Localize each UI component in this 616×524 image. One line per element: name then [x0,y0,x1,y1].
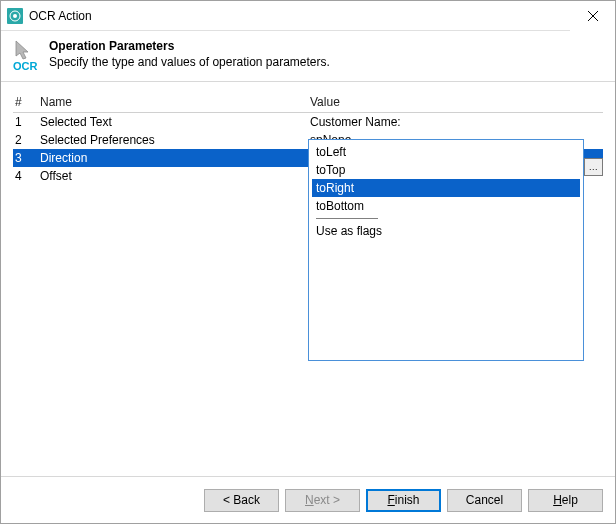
cancel-button[interactable]: Cancel [447,489,522,512]
page-subheading: Specify the type and values of operation… [49,55,330,69]
ocr-label-icon: OCR [13,60,38,71]
col-header-index[interactable]: # [13,95,40,109]
next-button: Next > [285,489,360,512]
cell-value: Customer Name: [310,115,603,129]
col-header-value[interactable]: Value [310,95,603,109]
close-icon [588,11,598,21]
cell-name: Selected Text [40,115,310,129]
window-title: OCR Action [29,9,570,23]
ellipsis-button[interactable]: ... [585,158,603,176]
cell-index: 4 [13,169,40,183]
direction-dropdown[interactable]: toLeft toTop toRight toBottom Use as fla… [308,139,584,361]
back-button[interactable]: < Back [204,489,279,512]
parameters-body: # Name Value 1 Selected Text Customer Na… [1,82,615,476]
dropdown-item[interactable]: toBottom [312,197,580,215]
titlebar: OCR Action [1,1,615,31]
cell-index: 3 [13,151,40,165]
dropdown-item[interactable]: toTop [312,161,580,179]
header-area: OCR Operation Parameters Specify the typ… [1,31,615,82]
cell-name: Direction [40,151,310,165]
help-button[interactable]: Help [528,489,603,512]
dropdown-item[interactable]: toLeft [312,143,580,161]
grid-row[interactable]: 1 Selected Text Customer Name: [13,113,603,131]
app-icon [7,8,23,24]
grid-header: # Name Value [13,92,603,113]
dialog-window: OCR Action OCR Operation Parameters Spec… [0,0,616,524]
cell-name: Selected Preferences [40,133,310,147]
finish-button[interactable]: Finish [366,489,441,512]
header-text: Operation Parameters Specify the type an… [49,39,330,69]
dropdown-item-selected[interactable]: toRight [312,179,580,197]
svg-point-2 [13,14,17,18]
col-header-name[interactable]: Name [40,95,310,109]
ocr-cursor-icon: OCR [13,39,41,71]
dropdown-item-use-as-flags[interactable]: Use as flags [312,222,580,240]
page-heading: Operation Parameters [49,39,330,53]
close-button[interactable] [570,1,615,31]
button-bar: < Back Next > Finish Cancel Help [1,476,615,523]
cell-index: 1 [13,115,40,129]
dropdown-separator [316,218,378,219]
cell-name: Offset [40,169,310,183]
cell-index: 2 [13,133,40,147]
